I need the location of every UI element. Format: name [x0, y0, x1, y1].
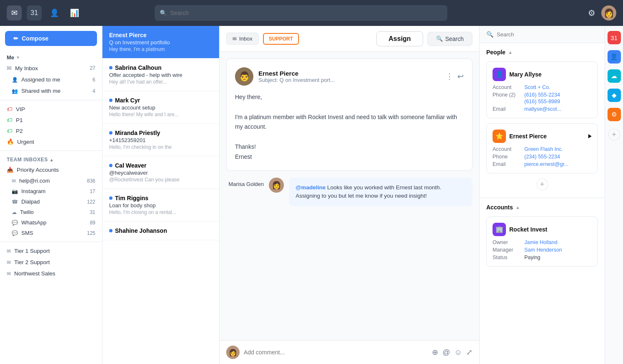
sidebar-item-shared-with-me[interactable]: 👥 Shared with me 4 [0, 85, 102, 97]
sidebar-item-twilio[interactable]: ☁ Twilio 31 [0, 207, 102, 217]
message-subject: Subject: Q on Investment port... [258, 77, 335, 83]
hubspot-strip-icon[interactable]: ⚙ [608, 108, 621, 121]
conv-item-tim[interactable]: Tim Riggins Loan for body shop Hello, I'… [102, 189, 219, 221]
online-dot [109, 164, 112, 167]
conv-name: Tim Riggins [115, 195, 148, 201]
conv-item-miranda[interactable]: Miranda Priestly +14152359201 Hello, I'm… [102, 124, 219, 156]
mary-name: Mary Allyse [509, 71, 541, 78]
conv-item-sabrina[interactable]: Sabrina Calhoun Offer accepted - help wi… [102, 59, 219, 91]
ernest-arrow-icon [588, 134, 592, 138]
sidebar-item-dialpad[interactable]: ☎ Dialpad 122 [0, 196, 102, 207]
sidebar-item-whatsapp[interactable]: 💬 WhatsApp 89 [0, 217, 102, 228]
right-search-input[interactable] [497, 31, 598, 38]
person-strip-icon[interactable]: 👤 [608, 50, 621, 64]
ernest-phone1[interactable]: (234) 555-2234 [524, 154, 560, 160]
avatar[interactable]: 👩 [601, 5, 616, 20]
p2-tag-icon: 🏷 [7, 127, 13, 134]
accounts-sort-icon: ▲ [516, 205, 520, 210]
people-section-header[interactable]: People ▲ [486, 49, 598, 56]
conv-preview: @RocketInvest Can you please [109, 177, 212, 183]
sidebar-item-vip[interactable]: 🏷 VIP [0, 104, 102, 115]
conv-item-ernest-pierce[interactable]: Ernest Pierce Q on Investment portfolio … [102, 26, 219, 59]
conv-item-mark[interactable]: Mark Cyr New account setup Hello there! … [102, 91, 219, 124]
online-dot [109, 229, 112, 232]
comment-author-label: Marisa Golden [226, 178, 264, 187]
mary-phone1[interactable]: (616) 555-2234 [524, 92, 560, 98]
whatsapp-icon: 💬 [12, 220, 18, 226]
compose-button[interactable]: ✏ Compose [5, 31, 97, 46]
me-section-header[interactable]: Me ▼ [0, 53, 102, 62]
twilio-icon: ☁ [12, 209, 17, 215]
assign-button[interactable]: Assign [376, 31, 423, 46]
shared-count: 4 [92, 88, 95, 94]
sidebar-item-p1[interactable]: 🏷 P1 [0, 115, 102, 125]
gear-icon[interactable]: ⚙ [588, 8, 595, 18]
top-search-bar[interactable]: 🔍 [155, 5, 447, 21]
message-more-button[interactable]: ⋮ [446, 72, 453, 81]
emoji-picker-button[interactable]: ☺ [454, 348, 462, 357]
conv-item-shahine[interactable]: Shahine Johanson [102, 221, 219, 240]
sidebar-item-priority-accounts[interactable]: 📥 Priority Accounts [0, 164, 102, 176]
nav-icon-analytics[interactable]: 📊 [67, 5, 82, 20]
add-strip-button[interactable]: + [608, 129, 620, 140]
conv-name: Sabrina Calhoun [115, 64, 161, 71]
conv-subject: Offer accepted - help with wire [109, 72, 212, 78]
people-section: People ▲ 👤 Mary Allyse Account Scott + C… [480, 43, 605, 198]
sidebar-item-urgent[interactable]: 🔥 Urgent [0, 136, 102, 147]
mary-phone2[interactable]: (616) 555-8989 [524, 99, 560, 104]
rocket-name: Rocket Invest [509, 226, 547, 233]
accounts-section-header[interactable]: Accounts ▲ [486, 204, 598, 211]
nav-icon-calendar[interactable]: 31 [27, 5, 42, 20]
comment-tools: ⊕ @ ☺ ⤢ [432, 348, 472, 357]
sidebar-item-tier1[interactable]: ✉ Tier 1 Support [0, 245, 102, 257]
cloud-strip-icon[interactable]: ☁ [608, 69, 621, 83]
rocket-manager-value[interactable]: Sam Henderson [524, 247, 562, 253]
ernest-name: Ernest Pierce [509, 133, 547, 140]
sidebar-item-my-inbox[interactable]: ✉ My Inbox 27 [0, 62, 102, 74]
sidebar-item-p2[interactable]: 🏷 P2 [0, 125, 102, 136]
search-button[interactable]: 🔍 Search [427, 32, 472, 46]
rocket-owner-value[interactable]: Jamie Holland [524, 239, 557, 245]
sidebar-item-assigned-to-me[interactable]: 👤 Assigned to me 6 [0, 74, 102, 85]
nav-icon-mail[interactable]: ✉ [7, 5, 22, 20]
add-emoji-button[interactable]: ⊕ [432, 348, 438, 357]
whatsapp-count: 89 [90, 220, 95, 226]
online-dot [109, 99, 112, 102]
tier1-icon: ✉ [7, 248, 11, 254]
support-badge[interactable]: SUPPORT [263, 33, 299, 45]
inbox-button[interactable]: ✉ Inbox [226, 33, 259, 45]
team-inboxes-header[interactable]: Team Inboxes ▲ [0, 154, 102, 164]
ernest-account-value[interactable]: Green Flash Inc. [524, 146, 563, 152]
online-dot [109, 196, 112, 200]
conv-name: Miranda Priestly [115, 130, 160, 136]
message-body: Hey there, I'm a platinum member with Ro… [235, 92, 464, 162]
calendar-strip-icon[interactable]: 31 [608, 31, 621, 44]
mary-account-label: Account [493, 84, 521, 90]
nav-icon-contacts[interactable]: 👤 [47, 5, 62, 20]
expand-button[interactable]: ⤢ [466, 348, 472, 357]
mary-account-value[interactable]: Scott + Co. [524, 84, 550, 90]
comment-mention: @madeline [296, 184, 326, 191]
right-panel-search-bar[interactable]: 🔍 [480, 26, 605, 43]
ernest-email-value[interactable]: pierce.ernest@gr... [524, 161, 569, 167]
comment-input-area: 👩 ⊕ @ ☺ ⤢ [220, 340, 479, 364]
sidebar-item-tier2[interactable]: ✉ Tier 2 Support [0, 257, 102, 268]
message-reply-button[interactable]: ↩ [457, 72, 464, 81]
sidebar-item-instagram[interactable]: 📷 Instagram 17 [0, 186, 102, 196]
conv-preview: Hey all! I've had an offer... [109, 79, 212, 85]
p1-tag-icon: 🏷 [7, 117, 13, 123]
top-search-input[interactable] [170, 10, 442, 16]
comment-input[interactable] [244, 349, 428, 356]
add-person-button[interactable]: + [536, 178, 548, 190]
sidebar-item-help-email[interactable]: ✉ help@ri.com 836 [0, 176, 102, 186]
rocket-status-value: Paying [524, 255, 540, 260]
shared-icon: 👥 [12, 88, 18, 94]
sidebar-item-northwest[interactable]: ✉ Northwest Sales [0, 268, 102, 279]
sidebar-item-sms[interactable]: 💬 SMS 125 [0, 228, 102, 238]
mary-email-value[interactable]: mallyse@scot... [524, 106, 561, 112]
diamond-strip-icon[interactable]: ◆ [608, 89, 621, 102]
conv-item-cal[interactable]: Cal Weaver @heycalweaver @RocketInvest C… [102, 156, 219, 189]
mention-button[interactable]: @ [442, 348, 450, 357]
conv-subject: Loan for body shop [109, 202, 212, 209]
ernest-email-label: Email [493, 161, 521, 167]
